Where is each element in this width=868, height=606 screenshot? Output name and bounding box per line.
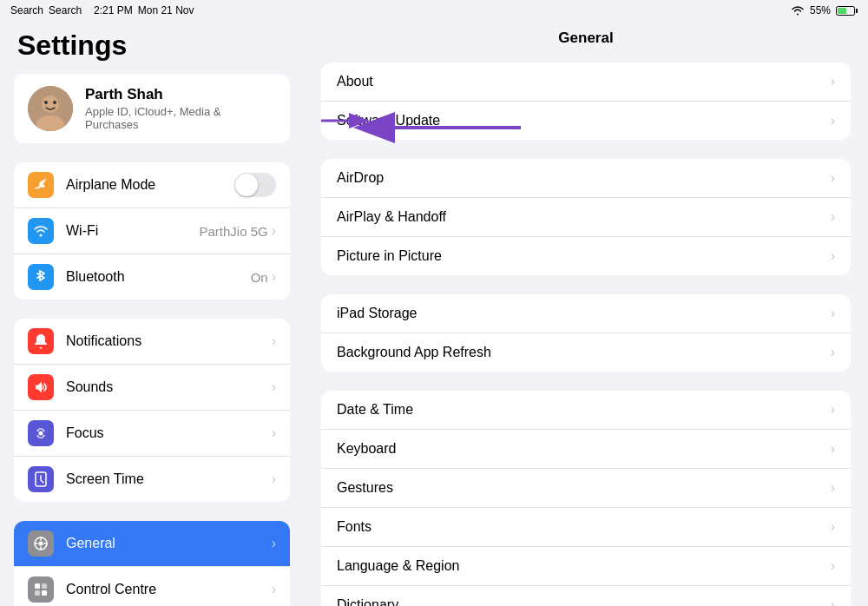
wifi-settings-icon: [28, 218, 54, 244]
ipad-storage-chevron: ›: [831, 306, 835, 321]
panel-item-software-update[interactable]: Software Update ›: [321, 102, 851, 140]
software-update-chevron: ›: [831, 113, 835, 128]
panel-item-ipad-storage[interactable]: iPad Storage ›: [321, 294, 851, 333]
search-label: Search: [10, 4, 43, 16]
panel-item-language-region[interactable]: Language & Region ›: [321, 547, 851, 586]
gestures-label: Gestures: [337, 480, 831, 496]
about-chevron: ›: [831, 74, 835, 89]
screen-time-icon: [28, 466, 54, 492]
svg-point-4: [53, 101, 56, 104]
panel-item-background-app-refresh[interactable]: Background App Refresh ›: [321, 333, 851, 372]
profile-info: Parth Shah Apple ID, iCloud+, Media & Pu…: [85, 86, 276, 131]
control-centre-icon: [28, 576, 54, 603]
settings-group-connectivity: Airplane Mode Wi-Fi ParthJio 5G ›: [14, 162, 290, 300]
sounds-icon: [28, 374, 54, 400]
wifi-chevron: ›: [272, 223, 276, 239]
settings-title: Settings: [14, 30, 290, 62]
panel-item-gestures[interactable]: Gestures ›: [321, 469, 851, 508]
sounds-chevron: ›: [272, 379, 276, 395]
bluetooth-chevron: ›: [272, 269, 276, 285]
panel-item-keyboard[interactable]: Keyboard ›: [321, 430, 851, 469]
focus-label: Focus: [66, 425, 272, 441]
panel-item-date-time[interactable]: Date & Time ›: [321, 391, 851, 430]
panel-item-airdrop[interactable]: AirDrop ›: [321, 159, 851, 198]
status-date: Mon 21 Nov: [138, 4, 194, 16]
battery-icon: [836, 6, 858, 16]
panel-title: General: [321, 30, 851, 47]
profile-card[interactable]: Parth Shah Apple ID, iCloud+, Media & Pu…: [14, 74, 290, 143]
notifications-icon: [28, 328, 54, 354]
panel-group-storage: iPad Storage › Background App Refresh ›: [321, 294, 851, 372]
picture-in-picture-label: Picture in Picture: [337, 248, 831, 264]
focus-chevron: ›: [272, 425, 276, 441]
panel-group-locale: Date & Time › Keyboard › Gestures › Font…: [321, 391, 851, 606]
status-search-text: Search: [49, 4, 82, 16]
picture-in-picture-chevron: ›: [831, 248, 835, 264]
avatar: [28, 86, 73, 131]
screen-time-chevron: ›: [272, 471, 276, 487]
sidebar-item-bluetooth[interactable]: Bluetooth On ›: [14, 254, 290, 300]
general-icon: [28, 530, 54, 557]
software-update-label: Software Update: [337, 113, 831, 128]
sounds-label: Sounds: [66, 379, 272, 395]
dictionary-label: Dictionary: [337, 597, 831, 606]
svg-rect-13: [35, 583, 40, 589]
bluetooth-value: On: [251, 270, 268, 285]
fonts-label: Fonts: [337, 519, 831, 535]
sidebar-item-general[interactable]: General ›: [14, 521, 290, 567]
sidebar-item-screen-time[interactable]: Screen Time ›: [14, 457, 290, 502]
status-time: 2:21 PM: [94, 4, 133, 16]
panel-group-airdrop: AirDrop › AirPlay & Handoff › Picture in…: [321, 159, 851, 275]
gestures-chevron: ›: [831, 480, 835, 496]
panel-item-fonts[interactable]: Fonts ›: [321, 508, 851, 547]
wifi-icon: [791, 5, 805, 16]
bluetooth-label: Bluetooth: [66, 269, 251, 285]
svg-point-5: [39, 431, 43, 436]
keyboard-label: Keyboard: [337, 441, 831, 457]
svg-rect-16: [42, 590, 47, 596]
right-panel: General About › Software Update: [304, 21, 868, 606]
svg-point-1: [42, 96, 59, 113]
sidebar-item-airplane-mode[interactable]: Airplane Mode: [14, 162, 290, 208]
sidebar-item-focus[interactable]: Focus ›: [14, 411, 290, 457]
avatar-image: [28, 86, 73, 131]
language-region-label: Language & Region: [337, 558, 831, 574]
airplay-handoff-chevron: ›: [831, 209, 835, 225]
airdrop-label: AirDrop: [337, 170, 831, 186]
sidebar: Settings Parth Shah Apple ID, iCloud+, M…: [0, 21, 304, 606]
svg-point-3: [44, 101, 48, 104]
panel-item-dictionary[interactable]: Dictionary ›: [321, 586, 851, 606]
control-centre-chevron: ›: [272, 582, 276, 597]
wifi-value: ParthJio 5G: [199, 224, 267, 239]
date-time-chevron: ›: [831, 402, 835, 418]
status-bar-right: 55%: [791, 4, 858, 16]
airplane-mode-label: Airplane Mode: [66, 177, 234, 193]
sidebar-item-control-centre[interactable]: Control Centre ›: [14, 567, 290, 606]
sidebar-item-sounds[interactable]: Sounds ›: [14, 365, 290, 411]
background-app-refresh-label: Background App Refresh: [337, 345, 831, 360]
sidebar-item-notifications[interactable]: Notifications ›: [14, 319, 290, 365]
notifications-chevron: ›: [272, 333, 276, 349]
focus-icon: [28, 420, 54, 446]
status-bar: Search Search 2:21 PM Mon 21 Nov 55%: [0, 0, 868, 21]
status-bar-left: Search Search 2:21 PM Mon 21 Nov: [10, 4, 194, 16]
about-label: About: [337, 74, 831, 89]
control-centre-label: Control Centre: [66, 582, 272, 597]
svg-point-8: [39, 542, 43, 546]
panel-item-about[interactable]: About ›: [321, 63, 851, 102]
screen-time-label: Screen Time: [66, 471, 272, 487]
profile-name: Parth Shah: [85, 86, 276, 103]
panel-item-picture-in-picture[interactable]: Picture in Picture ›: [321, 237, 851, 275]
keyboard-chevron: ›: [831, 441, 835, 457]
language-region-chevron: ›: [831, 558, 835, 574]
panel-group-about: About › Software Update ›: [321, 63, 851, 140]
airplay-handoff-label: AirPlay & Handoff: [337, 209, 831, 225]
sidebar-item-wifi[interactable]: Wi-Fi ParthJio 5G ›: [14, 208, 290, 254]
date-time-label: Date & Time: [337, 402, 831, 418]
airplane-mode-icon: [28, 172, 54, 198]
wifi-label: Wi-Fi: [66, 223, 199, 239]
svg-rect-14: [42, 583, 47, 589]
airplane-mode-toggle[interactable]: [234, 173, 276, 197]
notifications-label: Notifications: [66, 333, 272, 349]
panel-item-airplay-handoff[interactable]: AirPlay & Handoff ›: [321, 198, 851, 237]
